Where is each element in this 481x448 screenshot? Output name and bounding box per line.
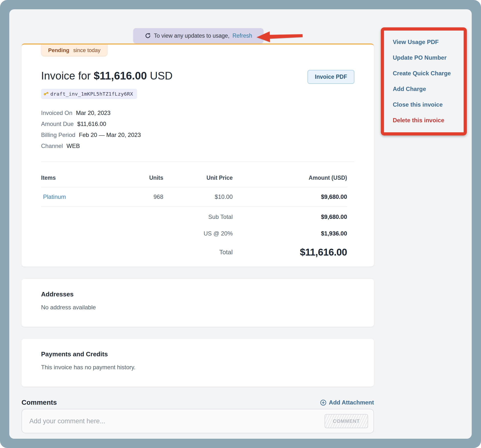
line-item-link[interactable]: Platinum bbox=[41, 193, 105, 200]
subtotal-value: $9,680.00 bbox=[233, 213, 347, 220]
add-attachment-label: Add Attachment bbox=[329, 399, 374, 406]
invoice-pdf-button[interactable]: Invoice PDF bbox=[307, 70, 354, 84]
action-update-po-number[interactable]: Update PO Number bbox=[393, 53, 464, 62]
action-close-invoice[interactable]: Close this invoice bbox=[393, 100, 464, 109]
tax-label: US @ 20% bbox=[41, 230, 233, 237]
window-frame: To view any updates to usage, Refresh Vi… bbox=[0, 0, 481, 448]
action-view-usage-pdf[interactable]: View Usage PDF bbox=[393, 37, 464, 47]
invoice-token-pill[interactable]: draft_inv_1mKPL5hTZ1fLzy6RX bbox=[41, 89, 137, 99]
refresh-icon bbox=[145, 33, 151, 39]
detail-label: Billing Period bbox=[41, 132, 75, 138]
status-badge-since: since today bbox=[73, 47, 100, 54]
addresses-title: Addresses bbox=[41, 291, 354, 298]
banner-message: To view any updates to usage, bbox=[154, 33, 230, 39]
invoice-title-currency: USD bbox=[150, 70, 173, 82]
subtotal-row: Sub Total $9,680.00 bbox=[41, 209, 347, 225]
action-add-charge[interactable]: Add Charge bbox=[393, 84, 464, 94]
add-attachment-link[interactable]: Add Attachment bbox=[320, 399, 374, 406]
payments-title: Payments and Credits bbox=[41, 350, 354, 358]
detail-billing-period: Billing Period Feb 20 — Mar 20, 2023 bbox=[41, 129, 354, 140]
detail-invoiced-on: Invoiced On Mar 20, 2023 bbox=[41, 107, 354, 118]
comment-button[interactable]: COMMENT bbox=[325, 414, 368, 428]
annotation-arrow bbox=[256, 30, 303, 44]
status-badge: Pending since today bbox=[41, 45, 108, 56]
payments-empty-message: This invoice has no payment history. bbox=[41, 364, 354, 371]
detail-label: Amount Due bbox=[41, 121, 74, 127]
invoice-title-prefix: Invoice for bbox=[41, 70, 91, 82]
detail-label: Invoiced On bbox=[41, 110, 72, 116]
subtotal-label: Sub Total bbox=[41, 213, 233, 220]
invoice-card: Pending since today Invoice for $11,616.… bbox=[22, 44, 374, 267]
line-item-unit-price: $10.00 bbox=[163, 193, 233, 200]
action-create-quick-charge[interactable]: Create Quick Charge bbox=[393, 69, 464, 78]
detail-value: WEB bbox=[66, 143, 80, 149]
tax-value: $1,936.00 bbox=[233, 230, 347, 237]
invoice-title: Invoice for $11,616.00 USD bbox=[41, 69, 173, 83]
addresses-empty-message: No address available bbox=[41, 304, 354, 311]
detail-value: Mar 20, 2023 bbox=[76, 110, 110, 116]
col-header-items: Items bbox=[41, 175, 105, 181]
invoice-token: draft_inv_1mKPL5hTZ1fLzy6RX bbox=[50, 91, 133, 97]
page-background: To view any updates to usage, Refresh Vi… bbox=[9, 9, 472, 439]
table-header-row: Items Units Unit Price Amount (USD) bbox=[41, 162, 347, 187]
annotation-box-actions-menu: View Usage PDF Update PO Number Create Q… bbox=[381, 27, 467, 135]
detail-value: Feb 20 — Mar 20, 2023 bbox=[79, 132, 141, 138]
payments-card: Payments and Credits This invoice has no… bbox=[22, 339, 374, 387]
total-row: Total $11,616.00 bbox=[41, 242, 347, 263]
col-header-unit-price: Unit Price bbox=[163, 175, 233, 181]
line-item-amount: $9,680.00 bbox=[233, 193, 347, 200]
action-delete-invoice[interactable]: Delete this invoice bbox=[393, 116, 464, 125]
detail-value: $11,616.00 bbox=[77, 121, 106, 127]
line-items-table: Items Units Unit Price Amount (USD) Plat… bbox=[41, 162, 354, 207]
detail-label: Channel bbox=[41, 143, 63, 149]
plus-circle-icon bbox=[320, 399, 327, 406]
tax-row: US @ 20% $1,936.00 bbox=[41, 225, 347, 242]
total-label: Total bbox=[41, 248, 233, 256]
invoice-details: Invoiced On Mar 20, 2023 Amount Due $11,… bbox=[41, 107, 354, 151]
col-header-amount: Amount (USD) bbox=[233, 175, 347, 181]
totals-section: Sub Total $9,680.00 US @ 20% $1,936.00 T… bbox=[41, 209, 354, 263]
invoice-title-amount: $11,616.00 bbox=[94, 70, 147, 82]
comment-box: COMMENT bbox=[22, 409, 374, 433]
usage-refresh-banner: To view any updates to usage, Refresh bbox=[133, 28, 263, 43]
table-row: Platinum 968 $10.00 $9,680.00 bbox=[41, 187, 347, 207]
key-icon bbox=[42, 90, 50, 98]
detail-amount-due: Amount Due $11,616.00 bbox=[41, 118, 354, 129]
addresses-card: Addresses No address available bbox=[22, 279, 374, 327]
line-item-units: 968 bbox=[105, 193, 163, 200]
refresh-link[interactable]: Refresh bbox=[232, 33, 252, 39]
comments-title: Comments bbox=[22, 399, 57, 406]
detail-channel: Channel WEB bbox=[41, 140, 354, 151]
total-value: $11,616.00 bbox=[233, 247, 347, 258]
status-badge-label: Pending bbox=[48, 47, 69, 54]
col-header-units: Units bbox=[105, 175, 163, 181]
comment-input[interactable] bbox=[29, 417, 325, 425]
